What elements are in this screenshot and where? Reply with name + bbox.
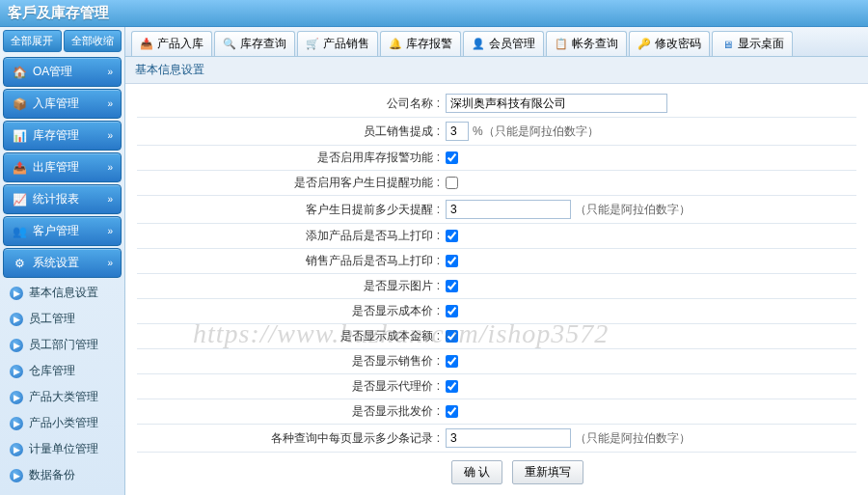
sidebar-sub-label: 仓库管理 <box>29 363 75 379</box>
form-label: 销售产品后是否马上打印 <box>137 253 446 269</box>
text-input[interactable] <box>446 428 571 448</box>
tab-icon: 🖥 <box>720 38 734 51</box>
form-label: 客户生日提前多少天提醒 <box>137 202 446 218</box>
tab-label: 修改密码 <box>655 36 701 52</box>
text-input[interactable] <box>446 200 571 219</box>
sidebar-item[interactable]: 👥客户管理» <box>3 216 122 246</box>
form-control <box>446 380 856 393</box>
sidebar-sub-item[interactable]: ▶数据备份 <box>0 462 124 488</box>
form-control <box>446 405 856 418</box>
form-label: 是否显示图片 <box>137 278 446 294</box>
form-control: %（只能是阿拉伯数字） <box>446 122 856 141</box>
bullet-icon: ▶ <box>10 469 23 482</box>
checkbox[interactable] <box>446 230 458 242</box>
sidebar-sub-label: 计量单位管理 <box>29 441 98 457</box>
sidebar-item-label: OA管理 <box>33 64 107 80</box>
tab-label: 产品入库 <box>157 36 203 52</box>
tab[interactable]: 📥产品入库 <box>131 31 212 56</box>
sidebar-sub-item[interactable]: ▶数据还原 <box>0 488 124 495</box>
expand-controls: 全部展开 全部收缩 <box>0 27 124 55</box>
tab-icon: 🔑 <box>637 38 651 51</box>
out-icon: 📤 <box>12 160 27 176</box>
sidebar-item[interactable]: 📤出库管理» <box>3 152 122 182</box>
sidebar-sub-item[interactable]: ▶员工管理 <box>0 306 124 332</box>
sidebar-sub-item[interactable]: ▶仓库管理 <box>0 358 124 384</box>
tab-label: 库存报警 <box>406 36 452 52</box>
form-row: 是否显示代理价 <box>137 374 856 399</box>
checkbox[interactable] <box>446 151 458 164</box>
tab[interactable]: 🔔库存报警 <box>380 31 461 56</box>
reset-button[interactable]: 重新填写 <box>512 460 583 484</box>
home-icon: 🏠 <box>12 65 27 80</box>
sidebar-item-label: 统计报表 <box>33 191 107 207</box>
sidebar-sub-label: 数据备份 <box>29 467 75 483</box>
checkbox[interactable] <box>446 177 458 189</box>
checkbox[interactable] <box>446 380 458 393</box>
sidebar-sub-label: 基本信息设置 <box>29 285 98 301</box>
collapse-all-button[interactable]: 全部收缩 <box>64 30 122 52</box>
tab[interactable]: 📋帐务查询 <box>546 31 627 56</box>
form-control <box>446 230 856 242</box>
form-row: 是否显示成本价 <box>137 299 856 324</box>
tab-icon: 📥 <box>140 38 153 51</box>
checkbox[interactable] <box>446 280 458 292</box>
main-container: 全部展开 全部收缩 🏠OA管理»📦入库管理»📊库存管理»📤出库管理»📈统计报表»… <box>0 27 868 495</box>
main-panel: 📥产品入库🔍库存查询🛒产品销售🔔库存报警👤会员管理📋帐务查询🔑修改密码🖥显示桌面… <box>125 27 868 495</box>
sidebar-item[interactable]: ⚙系统设置» <box>3 248 122 278</box>
sidebar-sub-item[interactable]: ▶产品小类管理 <box>0 410 124 436</box>
tab-label: 库存查询 <box>240 36 286 52</box>
sidebar-sub-item[interactable]: ▶员工部门管理 <box>0 332 124 358</box>
bullet-icon: ▶ <box>10 313 23 326</box>
form-row: 是否启用客户生日提醒功能 <box>137 171 856 196</box>
submit-button[interactable]: 确 认 <box>451 460 502 484</box>
tab-icon: 📋 <box>555 38 568 51</box>
form-label: 是否显示代理价 <box>137 378 446 395</box>
bullet-icon: ▶ <box>10 287 23 300</box>
sidebar-item[interactable]: 📦入库管理» <box>3 89 122 119</box>
form-control <box>446 355 856 368</box>
form-control <box>446 177 856 189</box>
tab[interactable]: 👤会员管理 <box>463 31 544 56</box>
sidebar-item-label: 出库管理 <box>33 159 107 176</box>
sidebar-item-label: 客户管理 <box>33 223 107 239</box>
tab-icon: 🔍 <box>223 38 236 51</box>
gear-icon: ⚙ <box>12 256 27 271</box>
sidebar-sub-item[interactable]: ▶计量单位管理 <box>0 436 124 462</box>
chevron-right-icon: » <box>107 162 113 173</box>
bullet-icon: ▶ <box>10 443 23 456</box>
form-row: 添加产品后是否马上打印 <box>137 224 856 249</box>
chevron-right-icon: » <box>107 98 113 109</box>
sidebar-sub-item[interactable]: ▶产品大类管理 <box>0 384 124 410</box>
panel-title: 基本信息设置 <box>125 57 868 84</box>
form-label: 是否启用客户生日提醒功能 <box>137 175 446 191</box>
form-row: 销售产品后是否马上打印 <box>137 249 856 274</box>
checkbox[interactable] <box>446 255 458 267</box>
bullet-icon: ▶ <box>10 339 23 352</box>
expand-all-button[interactable]: 全部展开 <box>3 30 62 52</box>
tab-bar: 📥产品入库🔍库存查询🛒产品销售🔔库存报警👤会员管理📋帐务查询🔑修改密码🖥显示桌面 <box>125 27 868 57</box>
text-input[interactable] <box>446 122 469 141</box>
tab[interactable]: 🛒产品销售 <box>297 31 378 56</box>
sidebar-item-label: 库存管理 <box>33 127 107 144</box>
tab-icon: 🛒 <box>306 38 319 51</box>
sidebar-sub-item[interactable]: ▶基本信息设置 <box>0 280 124 306</box>
tab-icon: 🔔 <box>389 38 402 51</box>
button-row: 确 认重新填写 <box>137 453 856 492</box>
form-control: （只能是阿拉伯数字） <box>446 428 856 448</box>
tab[interactable]: 🔍库存查询 <box>214 31 295 56</box>
form-control <box>446 305 856 317</box>
sidebar-item[interactable]: 📊库存管理» <box>3 121 122 151</box>
checkbox[interactable] <box>446 405 458 418</box>
sidebar-sub-label: 员工部门管理 <box>29 337 98 353</box>
text-input[interactable] <box>446 94 667 113</box>
form-label: 添加产品后是否马上打印 <box>137 228 446 244</box>
checkbox[interactable] <box>446 330 458 343</box>
checkbox[interactable] <box>446 305 458 317</box>
sidebar-item[interactable]: 📈统计报表» <box>3 184 122 214</box>
form-row: 是否显示图片 <box>137 274 856 299</box>
tab[interactable]: 🔑修改密码 <box>629 31 710 56</box>
sidebar-sub-label: 产品小类管理 <box>29 415 98 431</box>
tab[interactable]: 🖥显示桌面 <box>712 31 793 56</box>
checkbox[interactable] <box>446 355 458 368</box>
sidebar-item[interactable]: 🏠OA管理» <box>3 57 122 87</box>
